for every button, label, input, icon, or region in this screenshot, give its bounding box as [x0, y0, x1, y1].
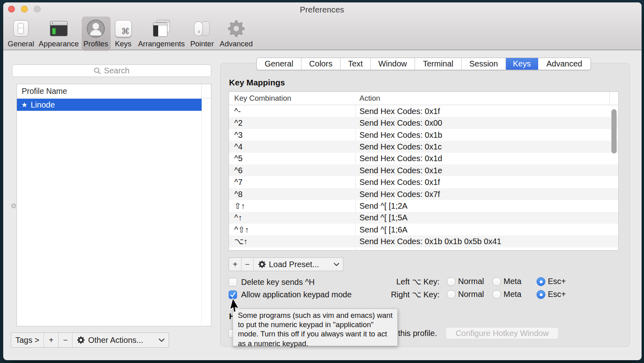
appearance-icon: ×	[50, 19, 68, 38]
left-option-normal-radio[interactable]	[447, 277, 456, 286]
left-option-meta-label: Meta	[504, 277, 521, 286]
default-profile-star-icon: ★	[21, 101, 27, 109]
toolbar-item-advanced[interactable]: Advanced	[212, 17, 260, 50]
chevron-down-icon	[159, 338, 165, 342]
gear-icon	[77, 336, 85, 344]
table-row[interactable]: ^⇧↑Send ^[ [1;6A	[229, 224, 618, 235]
table-scroll-column-divider	[609, 92, 610, 105]
advanced-gear-icon	[227, 19, 246, 38]
table-row[interactable]: ⇧↑Send ^[ [1;2A	[229, 200, 618, 212]
table-row[interactable]: ^-Send Hex Codes: 0x1f	[229, 105, 618, 117]
mouse-cursor	[229, 297, 246, 317]
tab-advanced[interactable]: Advanced	[538, 58, 590, 70]
list-header-divider	[201, 84, 202, 98]
configure-hotkey-window-button[interactable]: Configure Hotkey Window	[446, 327, 559, 339]
search-icon	[94, 67, 101, 75]
command-glyph: ⌘	[121, 27, 130, 36]
left-option-key-label: Left ⌥ Key:	[383, 277, 440, 286]
pointer-icon	[193, 19, 211, 38]
table-row[interactable]: ^6Send Hex Codes: 0x1e	[229, 164, 618, 176]
left-option-normal-label: Normal	[458, 277, 484, 286]
general-icon	[12, 19, 30, 38]
right-option-meta-label: Meta	[504, 290, 521, 299]
key-mappings-table: Key Combination Action ^-Send Hex Codes:…	[229, 91, 619, 251]
right-option-normal-label: Normal	[458, 290, 484, 299]
key-mapping-actions-strip: + − Load Preset...	[229, 257, 343, 271]
hotkey-label-fragment: this profile.	[398, 329, 437, 338]
zoom-button[interactable]	[34, 6, 41, 12]
remove-mapping-button[interactable]: −	[242, 258, 254, 271]
delete-key-sends-label: Delete key sends ^H	[241, 278, 315, 287]
keys-icon: ⌘	[114, 19, 132, 38]
search-input[interactable]: Search	[12, 64, 211, 77]
col-action: Action	[359, 92, 380, 105]
search-placeholder: Search	[104, 66, 129, 75]
profile-list: Profile Name ★ Linode	[17, 84, 211, 326]
tab-keys[interactable]: Keys	[506, 58, 538, 70]
right-option-normal-radio[interactable]	[447, 290, 456, 299]
minimize-button[interactable]	[21, 6, 28, 12]
table-row[interactable]: ^5Send Hex Codes: 0x1d	[229, 153, 618, 164]
table-row[interactable]: ⌥↑Send Hex Codes: 0x1b 0x1b 0x5b 0x41	[229, 235, 618, 247]
table-header: Key Combination Action	[229, 92, 618, 105]
load-preset-button[interactable]: Load Preset...	[254, 258, 343, 271]
profile-name: Linode	[31, 100, 55, 110]
add-mapping-button[interactable]: +	[229, 258, 242, 271]
keypad-mode-tooltip: Some programs (such as vim and emacs) wa…	[233, 309, 398, 346]
left-option-esc-label: Esc+	[548, 277, 566, 286]
tab-window[interactable]: Window	[371, 58, 415, 70]
arrangements-icon	[152, 19, 171, 38]
remove-profile-button[interactable]: −	[59, 333, 72, 347]
pane-resize-knob[interactable]	[11, 203, 16, 208]
table-row[interactable]: ^8Send Hex Codes: 0x7f	[229, 188, 618, 200]
gear-icon	[258, 260, 266, 268]
window-title: Preferences	[201, 5, 443, 15]
delete-key-sends-checkbox[interactable]	[229, 278, 237, 286]
table-row[interactable]: ^7Send Hex Codes: 0x1f	[229, 176, 618, 188]
table-row[interactable]: ^2Send Hex Codes: 0x00	[229, 117, 618, 129]
table-scrollbar-thumb[interactable]	[611, 109, 617, 153]
right-option-esc-radio[interactable]	[537, 290, 545, 299]
tab-session[interactable]: Session	[462, 58, 506, 70]
table-row[interactable]: ^↑Send ^[ [1;5A	[229, 212, 618, 224]
profile-tabbar: General Colors Text Window Terminal Sess…	[256, 58, 591, 70]
close-button[interactable]	[8, 6, 15, 12]
other-actions-button[interactable]: Other Actions...	[72, 333, 169, 347]
right-option-key-label: Right ⌥ Key:	[383, 290, 440, 299]
allow-keypad-mode-label: Allow application keypad mode	[241, 290, 352, 299]
left-option-esc-radio[interactable]	[537, 277, 545, 286]
add-profile-button[interactable]: +	[44, 333, 59, 347]
right-option-esc-label: Esc+	[548, 290, 566, 299]
table-row[interactable]: ^4Send Hex Codes: 0x1c	[229, 141, 618, 152]
col-key-combination: Key Combination	[234, 92, 291, 105]
profile-row-linode[interactable]: ★ Linode	[17, 99, 202, 111]
tab-colors[interactable]: Colors	[301, 58, 341, 70]
key-mappings-title: Key Mappings	[229, 78, 285, 87]
profile-actions-strip: Tags > + − Other Actions...	[11, 332, 169, 348]
table-rows: ^-Send Hex Codes: 0x1f ^2Send Hex Codes:…	[229, 105, 618, 247]
right-option-meta-radio[interactable]	[492, 290, 501, 299]
tags-button[interactable]: Tags >	[11, 333, 44, 347]
table-row[interactable]: ^3Send Hex Codes: 0x1b	[229, 129, 618, 141]
tab-general[interactable]: General	[257, 58, 301, 70]
profile-list-header: Profile Name	[17, 84, 211, 98]
chevron-down-icon	[334, 263, 339, 266]
tab-terminal[interactable]: Terminal	[415, 58, 462, 70]
left-option-meta-radio[interactable]	[492, 277, 501, 286]
tab-text[interactable]: Text	[341, 58, 371, 70]
list-scroll-column-divider	[201, 84, 202, 326]
